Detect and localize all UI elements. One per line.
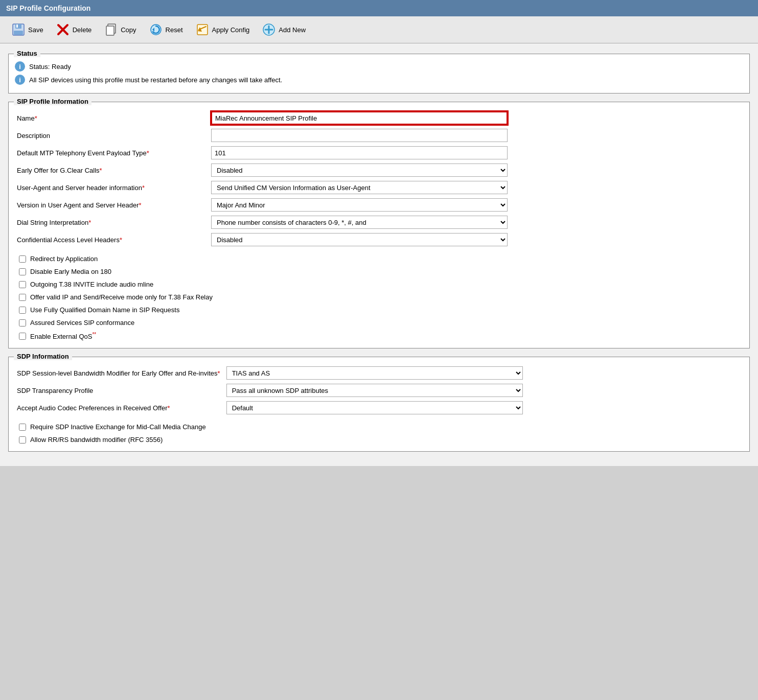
apply-config-label: Apply Config [212,26,250,34]
copy-label: Copy [121,26,136,34]
fqdn-checkbox[interactable] [19,307,26,314]
bandwidth-label: SDP Session-level Bandwidth Modifier for… [15,364,224,382]
early-media-checkbox[interactable] [19,268,26,275]
delete-button[interactable]: Delete [51,20,97,39]
add-new-button[interactable]: Add New [257,20,311,39]
audio-codec-label: Accept Audio Codec Preferences in Receiv… [15,399,224,416]
copy-button[interactable]: Copy [99,20,141,39]
sip-checkboxes: Redirect by Application Disable Early Me… [15,252,743,343]
early-offer-row: Early Offer for G.Clear Calls* Disabled … [15,161,743,179]
apply-config-icon [195,22,210,37]
dial-string-value-cell: Phone number consists of characters 0-9,… [209,214,743,231]
bandwidth-select[interactable]: TIAS and AS TIAS AS None [226,366,523,380]
mtp-label: Default MTP Telephony Event Payload Type… [15,144,209,161]
redirect-checkbox[interactable] [19,255,26,263]
confidential-value-cell: Disabled Enabled [209,231,743,248]
t38-label: Outgoing T.38 INVITE include audio mline [30,281,153,288]
status-row-1: i Status: Ready [15,61,743,72]
external-qos-label: Enable External QoS** [30,332,96,340]
sip-profile-info-inner: Name* Description [9,102,749,348]
offer-valid-label: Offer valid IP and Send/Receive mode onl… [30,293,213,301]
status-line2: All SIP devices using this profile must … [29,76,282,84]
description-value-cell [209,127,743,144]
audio-codec-row: Accept Audio Codec Preferences in Receiv… [15,399,743,416]
checkbox-row-external-qos: Enable External QoS** [17,329,743,343]
confidential-row: Confidential Access Level Headers* Disab… [15,231,743,248]
sip-form-grid: Name* Description [15,109,743,248]
version-value-cell: Major And Minor Major Only [209,196,743,214]
checkbox-row-assured: Assured Services SIP conformance [17,316,743,329]
confidential-label: Confidential Access Level Headers* [15,231,209,248]
bandwidth-row: SDP Session-level Bandwidth Modifier for… [15,364,743,382]
dial-string-label: Dial String Interpretation* [15,214,209,231]
external-qos-checkbox[interactable] [19,333,26,340]
user-agent-label: User-Agent and Server header information… [15,179,209,196]
reset-button[interactable]: Reset [144,20,188,39]
sdp-inactive-checkbox[interactable] [19,424,26,431]
svg-rect-3 [16,25,18,28]
early-offer-label: Early Offer for G.Clear Calls* [15,161,209,179]
assured-checkbox[interactable] [19,319,26,326]
dial-string-row: Dial String Interpretation* Phone number… [15,214,743,231]
status-line1: Status: Ready [29,63,71,71]
add-new-icon [262,22,276,37]
redirect-label: Redirect by Application [30,255,98,263]
early-offer-value-cell: Disabled Best Effort (no MTP inserted) M… [209,161,743,179]
name-value-cell [209,109,743,127]
transparency-value-cell: Pass all unknown SDP attributes Filter a… [224,382,743,399]
svg-rect-7 [106,26,114,35]
description-row: Description [15,127,743,144]
early-media-label: Disable Early Media on 180 [30,268,111,275]
status-section: Status i Status: Ready i All SIP devices… [8,54,750,94]
page-wrapper: SIP Profile Configuration Save De [0,0,758,466]
mtp-row: Default MTP Telephony Event Payload Type… [15,144,743,161]
assured-label: Assured Services SIP conformance [30,319,134,326]
checkbox-row-offer-valid: Offer valid IP and Send/Receive mode onl… [17,291,743,304]
checkbox-row-sdp-inactive: Require SDP Inactive Exchange for Mid-Ca… [17,421,743,433]
audio-codec-value-cell: Default Prefer Offer [224,399,743,416]
name-row: Name* [15,109,743,127]
confidential-select[interactable]: Disabled Enabled [211,233,508,246]
svg-rect-2 [14,31,23,35]
info-icon-2: i [15,75,25,85]
user-agent-select[interactable]: Send Unified CM Version Information as U… [211,181,508,194]
transparency-select[interactable]: Pass all unknown SDP attributes Filter a… [226,384,523,397]
svg-rect-1 [15,24,21,29]
fqdn-label: Use Fully Qualified Domain Name in SIP R… [30,306,179,314]
version-row: Version in User Agent and Server Header*… [15,196,743,214]
checkbox-row-early-media: Disable Early Media on 180 [17,265,743,278]
description-input[interactable] [211,129,508,142]
early-offer-select[interactable]: Disabled Best Effort (no MTP inserted) M… [211,164,508,177]
title-bar: SIP Profile Configuration [0,0,758,16]
sip-profile-info-section: SIP Profile Information Name* [8,102,750,348]
dial-string-select[interactable]: Phone number consists of characters 0-9,… [211,216,508,229]
save-button[interactable]: Save [6,20,49,39]
status-row-2: i All SIP devices using this profile mus… [15,75,743,85]
mtp-value-cell [209,144,743,161]
t38-checkbox[interactable] [19,281,26,288]
bandwidth-value-cell: TIAS and AS TIAS AS None [224,364,743,382]
offer-valid-checkbox[interactable] [19,294,26,301]
reset-icon [149,22,163,37]
mtp-input[interactable] [211,146,508,159]
info-icon-1: i [15,61,25,72]
audio-codec-select[interactable]: Default Prefer Offer [226,401,523,414]
toolbar: Save Delete Copy [0,16,758,43]
copy-icon [104,22,118,37]
name-input[interactable] [211,111,508,125]
sip-profile-info-legend: SIP Profile Information [14,98,91,105]
transparency-label: SDP Transparency Profile [15,382,224,399]
content-area: Status i Status: Ready i All SIP devices… [0,43,758,466]
description-label: Description [15,127,209,144]
rr-rs-checkbox[interactable] [19,436,26,444]
status-legend: Status [14,50,40,57]
delete-label: Delete [73,26,92,34]
sdp-info-section: SDP Information SDP Session-level Bandwi… [8,357,750,452]
version-label: Version in User Agent and Server Header* [15,196,209,214]
save-label: Save [28,26,43,34]
user-agent-row: User-Agent and Server header information… [15,179,743,196]
checkbox-row-fqdn: Use Fully Qualified Domain Name in SIP R… [17,304,743,316]
delete-icon [56,22,70,37]
apply-config-button[interactable]: Apply Config [190,20,255,39]
version-select[interactable]: Major And Minor Major Only [211,198,508,212]
